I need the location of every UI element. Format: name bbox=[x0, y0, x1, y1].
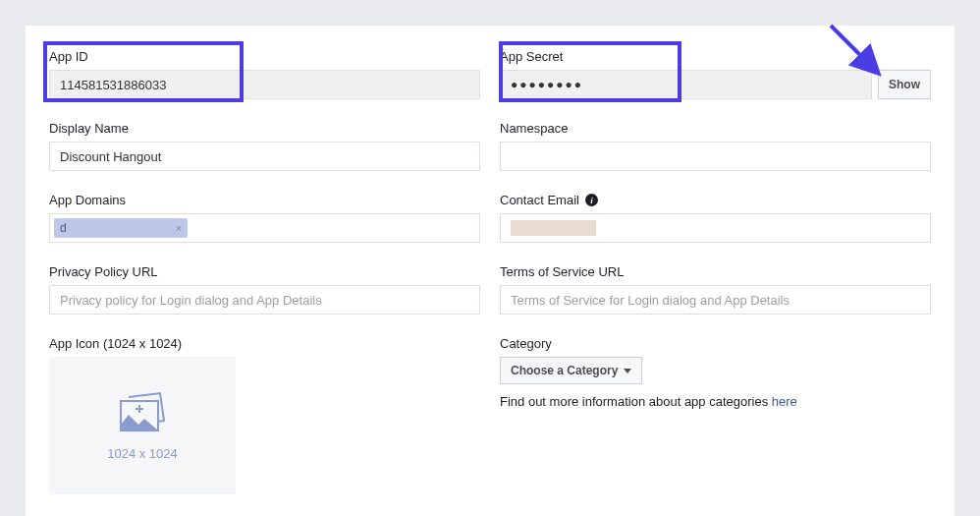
tos-url-label: Terms of Service URL bbox=[500, 264, 931, 279]
category-info-text: Find out more information about app cate… bbox=[500, 394, 931, 409]
contact-email-info-icon[interactable]: i bbox=[585, 194, 598, 206]
domain-chip[interactable]: d × bbox=[54, 218, 188, 238]
contact-email-redacted bbox=[511, 220, 653, 236]
namespace-input[interactable] bbox=[500, 142, 931, 171]
domain-chip-text: d bbox=[60, 221, 67, 235]
privacy-url-label: Privacy Policy URL bbox=[49, 264, 480, 279]
category-info-link[interactable]: here bbox=[772, 394, 797, 409]
category-dropdown-label: Choose a Category bbox=[511, 364, 618, 377]
domain-chip-remove-icon[interactable]: × bbox=[176, 222, 182, 234]
app-domains-input[interactable]: d × bbox=[49, 213, 480, 243]
app-secret-value: ●●●●●●●● bbox=[500, 70, 872, 99]
privacy-url-input[interactable] bbox=[49, 285, 480, 315]
app-domains-label: App Domains bbox=[49, 193, 480, 207]
app-id-label: App ID bbox=[49, 49, 480, 64]
tos-url-input[interactable] bbox=[500, 285, 931, 315]
contact-email-label: Contact Email i bbox=[500, 193, 931, 207]
show-secret-button[interactable]: Show bbox=[878, 70, 931, 99]
namespace-label: Namespace bbox=[500, 121, 931, 136]
display-name-label: Display Name bbox=[49, 121, 480, 136]
app-icon-label: App Icon (1024 x 1024) bbox=[49, 336, 480, 351]
contact-email-input[interactable] bbox=[500, 213, 931, 243]
app-secret-label: App Secret bbox=[500, 49, 931, 64]
app-icon-caption: 1024 x 1024 bbox=[107, 446, 178, 461]
app-id-value: 114581531886033 bbox=[49, 70, 480, 99]
app-icon-uploader[interactable]: 1024 x 1024 bbox=[49, 357, 236, 494]
caret-down-icon bbox=[624, 369, 631, 373]
category-label: Category bbox=[500, 336, 931, 351]
photos-plus-icon bbox=[115, 391, 170, 436]
category-dropdown[interactable]: Choose a Category bbox=[500, 357, 642, 384]
display-name-input[interactable] bbox=[49, 142, 480, 171]
